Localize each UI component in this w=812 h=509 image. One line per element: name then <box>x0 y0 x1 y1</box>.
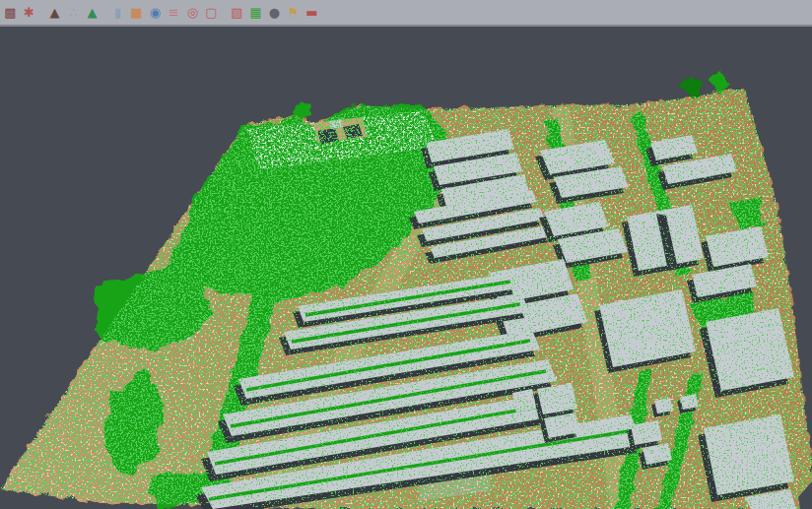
measure-icon[interactable]: ⚑ <box>285 3 302 22</box>
rect-select-icon[interactable]: ▢ <box>203 3 220 22</box>
delete-icon[interactable]: ▬ <box>304 3 320 22</box>
sphere-icon[interactable]: ● <box>266 3 283 22</box>
orthophoto-icon[interactable]: ■ <box>128 3 145 22</box>
circle-select-icon[interactable]: ◎ <box>184 3 201 22</box>
import-icon[interactable]: ✱ <box>21 3 37 22</box>
classify-icon[interactable]: ▦ <box>247 3 264 22</box>
viewport-3d[interactable] <box>0 27 812 509</box>
crop-icon[interactable]: ▧ <box>229 3 245 22</box>
main-toolbar: ▩ ✱ ▲ ∴ ▲ ▮ ■ ◉ ≡ ◎ ▢ ▧ ▦ ● ⚑ ▬ <box>0 0 812 27</box>
project-icon[interactable]: ▩ <box>2 3 19 22</box>
texture-icon[interactable]: ▮ <box>109 3 126 22</box>
app-window: ▩ ✱ ▲ ∴ ▲ ▮ ■ ◉ ≡ ◎ ▢ ▧ ▦ ● ⚑ ▬ <box>0 0 812 509</box>
terrain-icon[interactable]: ▲ <box>46 3 63 22</box>
layers-icon[interactable]: ≡ <box>166 3 182 22</box>
points-icon[interactable]: ∴ <box>65 3 82 22</box>
globe-icon[interactable]: ◉ <box>147 3 164 22</box>
model-icon[interactable]: ▲ <box>84 3 101 22</box>
point-cloud-canvas <box>0 27 812 509</box>
